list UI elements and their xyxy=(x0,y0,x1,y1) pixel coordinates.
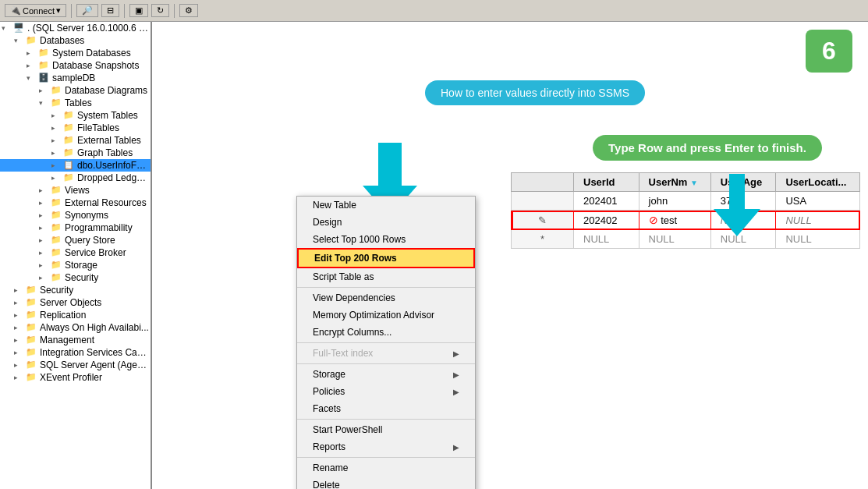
expander-8[interactable]: ▸ xyxy=(51,124,62,132)
expander-20[interactable]: ▸ xyxy=(39,274,50,282)
tree-item-23[interactable]: ▸📁Replication xyxy=(0,309,151,321)
menu-item-20[interactable]: Delete xyxy=(297,477,475,489)
menu-item-14[interactable]: Facets xyxy=(297,400,475,417)
expander-13[interactable]: ▸ xyxy=(39,186,50,194)
expander-16[interactable]: ▸ xyxy=(39,224,50,232)
menu-item-2[interactable]: Select Top 1000 Rows xyxy=(297,231,475,248)
menu-item-12[interactable]: Storage▶ xyxy=(297,366,475,383)
cell-userage-2[interactable]: NULL xyxy=(710,230,776,249)
menu-item-16[interactable]: Start PowerShell xyxy=(297,421,475,438)
tree-item-17[interactable]: ▸📁Query Store xyxy=(0,234,151,246)
tree-item-7[interactable]: ▸📁System Tables xyxy=(0,109,151,122)
menu-label-12: Storage xyxy=(313,369,345,380)
menu-item-4[interactable]: Script Table as xyxy=(297,268,475,285)
tree-item-18[interactable]: ▸📁Service Broker xyxy=(0,246,151,259)
tree-item-1[interactable]: ▾📁Databases xyxy=(0,34,151,47)
expander-14[interactable]: ▸ xyxy=(39,199,50,207)
tree-item-14[interactable]: ▸📁External Resources xyxy=(0,197,151,209)
row-indicator-1: ✎ xyxy=(512,211,574,230)
table-row-0[interactable]: 202401john37USA xyxy=(512,192,860,211)
cell-userlocation-0[interactable]: USA xyxy=(776,192,860,211)
tree-item-5[interactable]: ▸📁Database Diagrams xyxy=(0,84,151,97)
connect-button[interactable]: 🔌 Connect ▾ xyxy=(5,4,66,17)
expander-12[interactable]: ▸ xyxy=(51,174,62,182)
expander-22[interactable]: ▸ xyxy=(14,299,25,307)
tree-item-19[interactable]: ▸📁Storage xyxy=(0,259,151,271)
expander-23[interactable]: ▸ xyxy=(14,311,25,319)
tree-item-28[interactable]: ▸📁XEvent Profiler xyxy=(0,371,151,384)
expander-21[interactable]: ▸ xyxy=(14,286,25,294)
tree-item-10[interactable]: ▸📁Graph Tables xyxy=(0,147,151,159)
refresh-icon: ↻ xyxy=(157,5,164,16)
menu-item-0[interactable]: New Table xyxy=(297,197,475,214)
expander-15[interactable]: ▸ xyxy=(39,211,50,219)
menu-item-1[interactable]: Design xyxy=(297,214,475,231)
tree-item-0[interactable]: ▾🖥️. (SQL Server 16.0.1000.6 - sa) xyxy=(0,22,151,34)
cell-usernm-1[interactable]: ⊘ test xyxy=(639,211,710,230)
expander-18[interactable]: ▸ xyxy=(39,249,50,257)
tree-item-20[interactable]: ▸📁Security xyxy=(0,271,151,284)
panel-button[interactable]: ▣ xyxy=(129,4,148,17)
tree-item-21[interactable]: ▸📁Security xyxy=(0,284,151,296)
settings-button[interactable]: ⚙ xyxy=(179,4,198,17)
expander-9[interactable]: ▸ xyxy=(51,136,62,144)
cell-userlocation-1[interactable]: NULL xyxy=(776,211,860,230)
expander-3[interactable]: ▸ xyxy=(27,62,37,69)
menu-item-17[interactable]: Reports▶ xyxy=(297,438,475,455)
refresh-button[interactable]: ↻ xyxy=(151,4,169,17)
icon-10: 📁 xyxy=(62,147,75,158)
tree-item-4[interactable]: ▾🗄️sampleDB xyxy=(0,72,151,84)
expander-17[interactable]: ▸ xyxy=(39,236,50,244)
expander-7[interactable]: ▸ xyxy=(51,112,62,119)
menu-item-6[interactable]: View Dependencies xyxy=(297,289,475,307)
expander-11[interactable]: ▸ xyxy=(51,161,62,169)
menu-label-7: Memory Optimization Advisor xyxy=(313,310,434,321)
label-3: Database Snapshots xyxy=(52,60,139,71)
menu-item-8[interactable]: Encrypt Columns... xyxy=(297,324,475,341)
tree-item-24[interactable]: ▸📁Always On High Availabi... xyxy=(0,321,151,334)
expander-6[interactable]: ▾ xyxy=(39,99,50,107)
cell-userage-1[interactable]: NULL xyxy=(710,211,776,230)
tree-item-8[interactable]: ▸📁FileTables xyxy=(0,122,151,134)
tree-item-16[interactable]: ▸📁Programmability xyxy=(0,221,151,234)
menu-item-19[interactable]: Rename xyxy=(297,459,475,477)
tree-item-22[interactable]: ▸📁Server Objects xyxy=(0,296,151,309)
tree-item-12[interactable]: ▸📁Dropped Ledger... xyxy=(0,172,151,184)
menu-item-7[interactable]: Memory Optimization Advisor xyxy=(297,307,475,324)
tree-item-15[interactable]: ▸📁Synonyms xyxy=(0,209,151,221)
expander-25[interactable]: ▸ xyxy=(14,336,25,344)
expander-28[interactable]: ▸ xyxy=(14,374,25,381)
cell-userid-0[interactable]: 202401 xyxy=(574,192,639,211)
cell-userage-0[interactable]: 37 xyxy=(710,192,776,211)
cell-userid-2[interactable]: NULL xyxy=(574,230,639,249)
tree-item-27[interactable]: ▸📁SQL Server Agent (Agent... xyxy=(0,359,151,371)
tree-item-6[interactable]: ▾📁Tables xyxy=(0,97,151,109)
cell-usernm-0[interactable]: john xyxy=(639,192,710,211)
expander-4[interactable]: ▾ xyxy=(27,74,37,82)
tree-item-11[interactable]: ▸📋dbo.UserInfoFor... xyxy=(0,159,151,172)
tree-item-13[interactable]: ▸📁Views xyxy=(0,184,151,197)
filter-button-2[interactable]: ⊟ xyxy=(101,4,119,17)
tree-item-26[interactable]: ▸📁Integration Services Cata... xyxy=(0,346,151,359)
expander-10[interactable]: ▸ xyxy=(51,149,62,157)
expander-5[interactable]: ▸ xyxy=(39,87,50,94)
expander-0[interactable]: ▾ xyxy=(2,24,12,32)
cell-usernm-2[interactable]: NULL xyxy=(639,230,710,249)
expander-2[interactable]: ▸ xyxy=(27,49,37,57)
cell-userid-1[interactable]: 202402 xyxy=(574,211,639,230)
tree-item-2[interactable]: ▸📁System Databases xyxy=(0,47,151,59)
table-row-2[interactable]: *NULLNULLNULLNULL xyxy=(512,230,860,249)
tree-item-3[interactable]: ▸📁Database Snapshots xyxy=(0,59,151,72)
cell-userlocation-2[interactable]: NULL xyxy=(776,230,860,249)
expander-27[interactable]: ▸ xyxy=(14,361,25,369)
menu-item-3[interactable]: Edit Top 200 Rows xyxy=(297,248,475,268)
tree-item-9[interactable]: ▸📁External Tables xyxy=(0,134,151,147)
tree-item-25[interactable]: ▸📁Management xyxy=(0,334,151,346)
table-row-1[interactable]: ✎202402⊘ testNULLNULL xyxy=(512,211,860,230)
expander-26[interactable]: ▸ xyxy=(14,349,25,356)
expander-24[interactable]: ▸ xyxy=(14,324,25,331)
menu-item-13[interactable]: Policies▶ xyxy=(297,383,475,400)
expander-19[interactable]: ▸ xyxy=(39,261,50,269)
filter-button-1[interactable]: 🔎 xyxy=(76,4,98,17)
expander-1[interactable]: ▾ xyxy=(14,37,25,44)
